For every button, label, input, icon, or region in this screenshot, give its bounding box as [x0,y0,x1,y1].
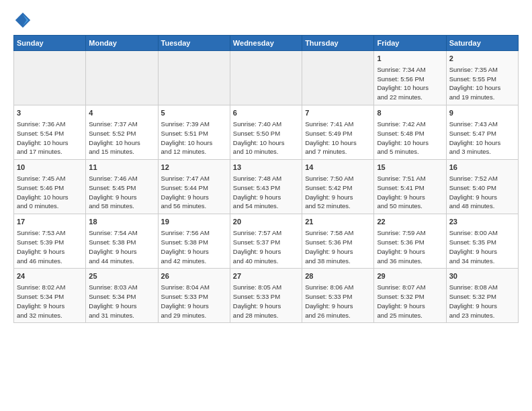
header-row: Sunday Monday Tuesday Wednesday Thursday… [14,36,519,51]
day-number: 4 [89,108,154,118]
day-number: 3 [17,108,83,118]
calendar-cell: 29Sunrise: 8:07 AMSunset: 5:32 PMDayligh… [374,269,446,323]
calendar-cell: 5Sunrise: 7:39 AMSunset: 5:51 PMDaylight… [158,105,230,160]
calendar-cell: 11Sunrise: 7:46 AMSunset: 5:45 PMDayligh… [86,160,158,214]
day-info: Sunrise: 7:56 AMSunset: 5:38 PMDaylight:… [161,229,210,264]
day-number: 14 [305,163,371,173]
day-info: Sunrise: 7:52 AMSunset: 5:40 PMDaylight:… [449,175,498,210]
week-row-1: 1Sunrise: 7:34 AMSunset: 5:56 PMDaylight… [14,51,519,105]
day-info: Sunrise: 7:34 AMSunset: 5:56 PMDaylight:… [377,66,429,101]
col-thursday: Thursday [302,36,374,51]
day-info: Sunrise: 7:41 AMSunset: 5:49 PMDaylight:… [305,120,357,155]
calendar-cell: 13Sunrise: 7:48 AMSunset: 5:43 PMDayligh… [230,160,302,214]
day-info: Sunrise: 7:48 AMSunset: 5:43 PMDaylight:… [233,175,281,210]
col-tuesday: Tuesday [158,36,230,51]
calendar-cell: 18Sunrise: 7:54 AMSunset: 5:38 PMDayligh… [86,214,158,269]
day-number: 12 [161,163,227,173]
day-info: Sunrise: 8:03 AMSunset: 5:34 PMDaylight:… [89,283,137,318]
day-number: 28 [305,271,371,281]
day-number: 7 [305,108,371,118]
calendar-cell: 28Sunrise: 8:06 AMSunset: 5:33 PMDayligh… [302,269,374,323]
col-monday: Monday [86,36,158,51]
calendar-cell: 12Sunrise: 7:47 AMSunset: 5:44 PMDayligh… [158,160,230,214]
week-row-2: 3Sunrise: 7:36 AMSunset: 5:54 PMDaylight… [14,105,519,160]
day-number: 19 [161,217,227,227]
calendar-cell: 3Sunrise: 7:36 AMSunset: 5:54 PMDaylight… [14,105,86,160]
calendar-cell [86,51,158,105]
day-number: 21 [305,217,371,227]
calendar-cell: 22Sunrise: 7:59 AMSunset: 5:36 PMDayligh… [374,214,446,269]
day-info: Sunrise: 7:54 AMSunset: 5:38 PMDaylight:… [89,229,137,264]
day-number: 1 [377,54,443,64]
calendar-cell [158,51,230,105]
calendar-cell: 26Sunrise: 8:04 AMSunset: 5:33 PMDayligh… [158,269,230,323]
col-saturday: Saturday [446,36,518,51]
day-info: Sunrise: 7:39 AMSunset: 5:51 PMDaylight:… [161,120,213,155]
day-info: Sunrise: 7:35 AMSunset: 5:55 PMDaylight:… [449,66,501,101]
calendar-cell: 8Sunrise: 7:42 AMSunset: 5:48 PMDaylight… [374,105,446,160]
day-number: 27 [233,271,299,281]
week-row-3: 10Sunrise: 7:45 AMSunset: 5:46 PMDayligh… [14,160,519,214]
day-info: Sunrise: 8:02 AMSunset: 5:34 PMDaylight:… [17,283,65,318]
day-info: Sunrise: 8:06 AMSunset: 5:33 PMDaylight:… [305,283,353,318]
day-info: Sunrise: 7:40 AMSunset: 5:50 PMDaylight:… [233,120,285,155]
day-number: 17 [17,217,83,227]
day-number: 8 [377,108,443,118]
day-info: Sunrise: 7:59 AMSunset: 5:36 PMDaylight:… [377,229,425,264]
day-number: 15 [377,163,443,173]
day-info: Sunrise: 7:53 AMSunset: 5:39 PMDaylight:… [17,229,65,264]
day-info: Sunrise: 7:43 AMSunset: 5:47 PMDaylight:… [449,120,501,155]
day-number: 6 [233,108,299,118]
day-info: Sunrise: 8:00 AMSunset: 5:35 PMDaylight:… [449,229,498,264]
calendar-cell: 15Sunrise: 7:51 AMSunset: 5:41 PMDayligh… [374,160,446,214]
day-info: Sunrise: 8:05 AMSunset: 5:33 PMDaylight:… [233,283,281,318]
calendar-cell: 21Sunrise: 7:58 AMSunset: 5:36 PMDayligh… [302,214,374,269]
day-info: Sunrise: 7:51 AMSunset: 5:41 PMDaylight:… [377,175,425,210]
calendar-cell: 30Sunrise: 8:08 AMSunset: 5:32 PMDayligh… [446,269,518,323]
day-number: 9 [449,108,515,118]
calendar-cell: 20Sunrise: 7:57 AMSunset: 5:37 PMDayligh… [230,214,302,269]
col-friday: Friday [374,36,446,51]
day-info: Sunrise: 7:42 AMSunset: 5:48 PMDaylight:… [377,120,429,155]
day-number: 23 [449,217,515,227]
col-wednesday: Wednesday [230,36,302,51]
calendar-cell: 16Sunrise: 7:52 AMSunset: 5:40 PMDayligh… [446,160,518,214]
calendar-cell [302,51,374,105]
calendar-cell: 9Sunrise: 7:43 AMSunset: 5:47 PMDaylight… [446,105,518,160]
calendar-cell: 27Sunrise: 8:05 AMSunset: 5:33 PMDayligh… [230,269,302,323]
day-info: Sunrise: 8:04 AMSunset: 5:33 PMDaylight:… [161,283,210,318]
day-info: Sunrise: 7:50 AMSunset: 5:42 PMDaylight:… [305,175,353,210]
day-number: 10 [17,163,83,173]
calendar-cell: 24Sunrise: 8:02 AMSunset: 5:34 PMDayligh… [14,269,86,323]
calendar-cell: 10Sunrise: 7:45 AMSunset: 5:46 PMDayligh… [14,160,86,214]
calendar-cell: 6Sunrise: 7:40 AMSunset: 5:50 PMDaylight… [230,105,302,160]
calendar-cell: 19Sunrise: 7:56 AMSunset: 5:38 PMDayligh… [158,214,230,269]
calendar-cell [230,51,302,105]
day-number: 24 [17,271,83,281]
day-info: Sunrise: 8:08 AMSunset: 5:32 PMDaylight:… [449,283,498,318]
calendar-cell [14,51,86,105]
calendar-cell: 23Sunrise: 8:00 AMSunset: 5:35 PMDayligh… [446,214,518,269]
day-number: 5 [161,108,227,118]
day-info: Sunrise: 7:45 AMSunset: 5:46 PMDaylight:… [17,175,69,210]
day-info: Sunrise: 7:46 AMSunset: 5:45 PMDaylight:… [89,175,137,210]
day-number: 30 [449,271,515,281]
calendar-cell: 2Sunrise: 7:35 AMSunset: 5:55 PMDaylight… [446,51,518,105]
day-number: 22 [377,217,443,227]
calendar-cell: 7Sunrise: 7:41 AMSunset: 5:49 PMDaylight… [302,105,374,160]
day-info: Sunrise: 7:47 AMSunset: 5:44 PMDaylight:… [161,175,210,210]
calendar-cell: 25Sunrise: 8:03 AMSunset: 5:34 PMDayligh… [86,269,158,323]
day-number: 18 [89,217,154,227]
header [13,11,519,30]
day-info: Sunrise: 7:37 AMSunset: 5:52 PMDaylight:… [89,120,140,155]
day-number: 11 [89,163,154,173]
logo [13,11,35,30]
col-sunday: Sunday [14,36,86,51]
calendar-cell: 17Sunrise: 7:53 AMSunset: 5:39 PMDayligh… [14,214,86,269]
day-number: 25 [89,271,154,281]
page: Sunday Monday Tuesday Wednesday Thursday… [0,0,532,330]
calendar-cell: 1Sunrise: 7:34 AMSunset: 5:56 PMDaylight… [374,51,446,105]
logo-icon [13,11,32,30]
day-info: Sunrise: 8:07 AMSunset: 5:32 PMDaylight:… [377,283,425,318]
day-number: 20 [233,217,299,227]
